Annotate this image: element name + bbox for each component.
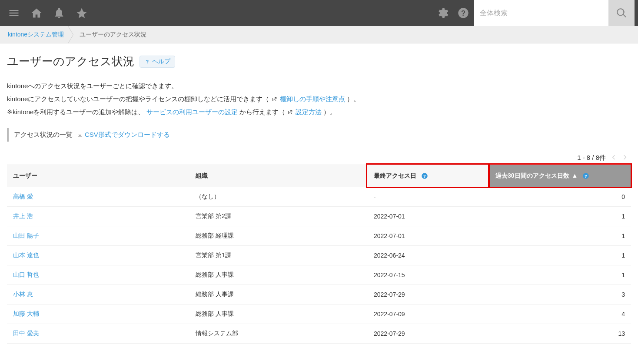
table-row: 小林 恵総務部 人事課2022-07-293: [7, 285, 631, 304]
desc-line3-mid: から行えます（: [239, 108, 285, 116]
col-access-days[interactable]: 過去30日間のアクセス日数 ▲ ?: [489, 165, 631, 187]
cell-org: 営業部 第1課: [189, 246, 368, 265]
csv-download-link[interactable]: CSV形式でダウンロードする: [77, 131, 170, 139]
desc-line2-b: ）。: [347, 95, 360, 103]
sort-asc-icon: ▲: [572, 172, 578, 179]
table-row: 山本 達也営業部 第1課2022-06-241: [7, 246, 631, 265]
section-header: アクセス状況の一覧 CSV形式でダウンロードする: [7, 128, 631, 142]
page-content: ユーザーのアクセス状況 ? ヘルプ kintoneへのアクセス状況をユーザーごと…: [0, 43, 638, 351]
user-link[interactable]: 高橋 愛: [13, 193, 33, 200]
col-days-label: 過去30日間のアクセス日数: [495, 172, 569, 179]
cell-last: -: [368, 187, 489, 207]
cell-last: 2022-07-01: [368, 207, 489, 226]
external-link-icon: [287, 109, 293, 116]
pager-prev[interactable]: [610, 154, 617, 162]
pager: 1 - 8 / 8件: [7, 154, 631, 162]
search-button[interactable]: [608, 0, 635, 26]
desc-line3-a: ※kintoneを利用するユーザーの追加や解除は、: [7, 108, 144, 116]
help-badge[interactable]: ? ヘルプ: [140, 56, 175, 68]
help-label: ヘルプ: [152, 58, 170, 66]
download-icon: [77, 132, 83, 138]
audit-link[interactable]: 棚卸しの手順や注意点: [280, 95, 345, 103]
table-row: 高橋 愛（なし）-0: [7, 187, 631, 207]
table-header-row: ユーザー 組織 最終アクセス日 ? 過去30日間のアクセス日数 ▲ ?: [7, 165, 631, 187]
col-last-access[interactable]: 最終アクセス日 ?: [368, 165, 489, 187]
desc-line3-b: ）。: [323, 108, 336, 116]
table-row: 田中 愛美情報システム部2022-07-2913: [7, 324, 631, 344]
cell-days: 1: [489, 207, 631, 226]
question-icon: ?: [144, 59, 150, 65]
cell-days: 13: [489, 324, 631, 344]
section-title: アクセス状況の一覧: [14, 131, 73, 139]
user-link[interactable]: 加藤 大輔: [13, 310, 39, 317]
cell-last: 2022-07-29: [368, 285, 489, 304]
pager-next[interactable]: [621, 154, 628, 162]
table-body: 高橋 愛（なし）-0井上 浩営業部 第2課2022-07-011山田 陽子総務部…: [7, 187, 631, 344]
svg-text:?: ?: [146, 59, 149, 64]
star-icon[interactable]: [71, 3, 92, 23]
help-tooltip-icon[interactable]: ?: [582, 172, 590, 180]
desc-line3: ※kintoneを利用するユーザーの追加や解除は、 サービスの利用ユーザーの設定…: [7, 106, 631, 119]
cell-last: 2022-07-09: [368, 304, 489, 324]
pager-text: 1 - 8 / 8件: [577, 154, 606, 162]
svg-text:?: ?: [461, 9, 465, 17]
cell-days: 1: [489, 246, 631, 265]
search-input[interactable]: [474, 0, 608, 26]
service-settings-link[interactable]: サービスの利用ユーザーの設定: [146, 108, 238, 116]
bell-icon[interactable]: [49, 3, 70, 23]
table-row: 加藤 大輔総務部 人事課2022-07-094: [7, 304, 631, 324]
breadcrumb-root[interactable]: kintoneシステム管理: [0, 26, 72, 43]
cell-last: 2022-07-15: [368, 265, 489, 285]
home-icon[interactable]: [26, 3, 47, 23]
col-user[interactable]: ユーザー: [7, 165, 189, 187]
cell-days: 0: [489, 187, 631, 207]
table-row: 山田 陽子総務部 経理課2022-07-011: [7, 226, 631, 246]
csv-download-label: CSV形式でダウンロードする: [85, 131, 170, 139]
desc-line2: kintoneにアクセスしていないユーザーの把握やライセンスの棚卸しなどに活用で…: [7, 93, 631, 106]
user-link[interactable]: 山田 陽子: [13, 232, 39, 239]
chevron-right-icon: [621, 154, 628, 161]
user-link[interactable]: 山口 哲也: [13, 271, 39, 278]
description: kintoneへのアクセス状況をユーザーごとに確認できます。 kintoneにア…: [7, 79, 631, 119]
col-user-label: ユーザー: [13, 172, 37, 179]
svg-text:?: ?: [423, 174, 426, 179]
col-last-label: 最終アクセス日: [374, 172, 416, 179]
title-row: ユーザーのアクセス状況 ? ヘルプ: [7, 54, 631, 69]
cell-org: 総務部 経理課: [189, 226, 368, 246]
table-row: 井上 浩営業部 第2課2022-07-011: [7, 207, 631, 226]
cell-last: 2022-07-01: [368, 226, 489, 246]
cell-org: 総務部 人事課: [189, 285, 368, 304]
cell-last: 2022-06-24: [368, 246, 489, 265]
desc-line1: kintoneへのアクセス状況をユーザーごとに確認できます。: [7, 79, 631, 93]
desc-line2-a: kintoneにアクセスしていないユーザーの把握やライセンスの棚卸しなどに活用で…: [7, 95, 269, 103]
user-link[interactable]: 田中 愛美: [13, 330, 39, 337]
help-icon[interactable]: ?: [453, 3, 474, 23]
topbar: ?: [0, 0, 638, 26]
search-wrap: [474, 0, 635, 26]
cell-org: （なし）: [189, 187, 368, 207]
col-org[interactable]: 組織: [189, 165, 368, 187]
user-link[interactable]: 山本 達也: [13, 251, 39, 258]
svg-text:?: ?: [585, 174, 587, 179]
chevron-left-icon: [610, 154, 617, 161]
access-table: ユーザー 組織 最終アクセス日 ? 過去30日間のアクセス日数 ▲ ? 高橋 愛…: [7, 165, 631, 344]
help-tooltip-icon[interactable]: ?: [421, 172, 429, 180]
table-row: 山口 哲也総務部 人事課2022-07-151: [7, 265, 631, 285]
cell-org: 総務部 人事課: [189, 304, 368, 324]
user-link[interactable]: 小林 恵: [13, 291, 33, 298]
col-org-label: 組織: [196, 172, 208, 179]
cell-days: 1: [489, 226, 631, 246]
gear-icon[interactable]: [432, 3, 453, 23]
breadcrumb-root-link[interactable]: kintoneシステム管理: [8, 31, 64, 39]
user-link[interactable]: 井上 浩: [13, 212, 33, 219]
menu-icon[interactable]: [3, 3, 24, 23]
breadcrumb-current: ユーザーのアクセス状況: [72, 26, 154, 43]
breadcrumb: kintoneシステム管理 ユーザーのアクセス状況: [0, 26, 638, 43]
cell-org: 情報システム部: [189, 324, 368, 344]
topbar-left: [3, 3, 92, 23]
cell-org: 総務部 人事課: [189, 265, 368, 285]
cell-org: 営業部 第2課: [189, 207, 368, 226]
cell-days: 1: [489, 265, 631, 285]
page-title: ユーザーのアクセス状況: [7, 54, 134, 69]
config-link[interactable]: 設定方法: [296, 108, 322, 116]
